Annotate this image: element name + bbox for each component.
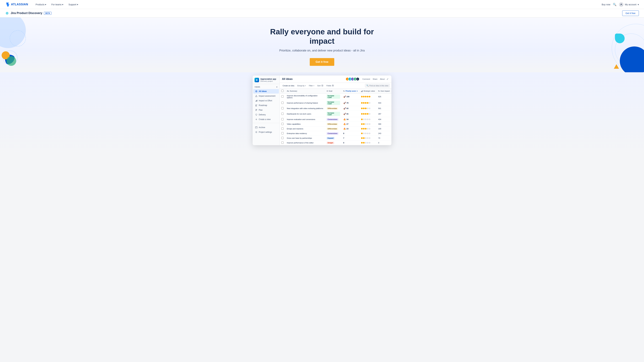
sidebar-item-impact-effort[interactable]: Impact vs Effort (253, 98, 279, 103)
row-checkbox[interactable] (281, 118, 284, 120)
user-impact-cell: 300 (376, 122, 392, 126)
score-cell: 0 (342, 140, 360, 145)
select-all-checkbox[interactable] (281, 90, 284, 92)
nav-for-teams[interactable]: For teams ▾ (49, 2, 66, 7)
row-checkbox[interactable] (281, 113, 284, 115)
table-row: Improve discoverability of configuration… (280, 94, 392, 100)
svg-rect-13 (255, 106, 257, 106)
svg-rect-9 (256, 100, 257, 101)
sidebar-item-impact-assessment[interactable]: Impact assessment (253, 94, 279, 98)
sidebar-item-roadmap[interactable]: Roadmap (253, 103, 279, 108)
comment-button[interactable]: Comment (361, 77, 372, 81)
header-avatars: A B C D E (346, 77, 360, 81)
table-row: Emojis and reactions Differentiate 🔥 23 … (280, 126, 392, 131)
share-button[interactable]: Share (372, 77, 379, 81)
search-input[interactable]: 🔍 Find an idea in this view (365, 84, 390, 87)
about-button[interactable]: About (379, 77, 386, 81)
get-it-free-header-button[interactable]: Get it free (622, 10, 639, 16)
product-bar: Jira Product Discovery BETA Get it free (0, 9, 644, 17)
nav-products[interactable]: Products ▾ (33, 2, 48, 7)
summary-cell: Improve discoverability of configuration… (285, 94, 325, 100)
filter-button[interactable]: Filter + (308, 84, 316, 87)
deco-teal-circle (6, 56, 16, 66)
row-checkbox[interactable] (281, 127, 284, 130)
summary-cell: Emojis and reactions (285, 126, 325, 131)
hero-title: Rally everyone and build for impact (266, 27, 378, 46)
sidebar-item-all-ideas[interactable]: All ideas (253, 89, 279, 94)
svg-rect-16 (256, 110, 256, 111)
svg-rect-15 (256, 110, 257, 110)
goal-cell: Conversions (325, 117, 342, 122)
score-cell: 🔥 27 (342, 122, 360, 126)
my-account-button[interactable]: My account ▾ (619, 2, 639, 7)
demo-section: Appreciation app Discovery project VIEWS… (0, 72, 644, 155)
sort-button[interactable]: Sort 1 (316, 84, 325, 87)
goal-cell: Differentiate (325, 122, 342, 126)
group-by-button[interactable]: Group by + (296, 84, 307, 87)
table-row: Improve performance of the editor Deligh… (280, 140, 392, 145)
app-name: Appreciation app (260, 78, 276, 80)
row-checkbox[interactable] (281, 95, 284, 98)
nav-right: Buy now 🔍 My account ▾ (602, 2, 639, 7)
row-checkbox[interactable] (281, 123, 284, 125)
deco-hexagon (5, 54, 14, 64)
buy-now-link[interactable]: Buy now (602, 3, 610, 6)
goal-cell: Expand (325, 136, 342, 140)
col-priority-score: fx Priority score ▼ (342, 89, 360, 94)
product-name: Jira Product Discovery (11, 11, 42, 15)
score-cell: 🔥 23 (342, 126, 360, 131)
score-cell: 7 (342, 136, 360, 140)
fields-button[interactable]: Fields 5 (325, 84, 336, 87)
goal-cell: Increase CSAT (325, 94, 342, 100)
atlassian-logo[interactable]: ATLASSIAN (5, 2, 28, 7)
ideas-table-wrap: Aa Summary ⊙ Goal fx Priority score ▼ St… (280, 89, 392, 145)
row-checkbox[interactable] (281, 137, 284, 139)
table-row: New integration with video resharing pla… (280, 106, 392, 111)
svg-rect-8 (256, 101, 256, 101)
hero-subtitle: Prioritize, collaborate on, and deliver … (0, 49, 644, 52)
table-row: Grow user base by partnerships Expand 7 … (280, 136, 392, 140)
avatar-5: E (356, 77, 360, 81)
strategic-value-cell (360, 131, 376, 136)
score-cell: 8 (342, 131, 360, 136)
sidebar-item-create-view[interactable]: Create a view (253, 117, 279, 122)
user-impact-cell: 501 (376, 106, 392, 111)
add-view-icon[interactable]: + (276, 86, 278, 88)
goal-cell: Conversions (325, 131, 342, 136)
svg-point-5 (256, 79, 257, 80)
expand-icon[interactable]: ⤢ (386, 77, 389, 81)
row-checkbox[interactable] (281, 141, 284, 144)
sidebar-item-archive[interactable]: Archive (253, 125, 279, 130)
search-placeholder: Find an idea in this view (370, 85, 388, 87)
table-row: Improve evaluation and conversions Conve… (280, 117, 392, 122)
goal-cell: Delight (325, 140, 342, 145)
deco-right-teal (615, 33, 625, 43)
sidebar-item-plan[interactable]: Plan (253, 108, 279, 112)
score-cell: 🔥 34 (342, 117, 360, 122)
main-header: All ideas A B C D E Comment Share About … (280, 75, 392, 83)
user-impact-cell: 543 (376, 100, 392, 106)
svg-rect-11 (255, 105, 257, 105)
row-checkbox[interactable] (281, 107, 284, 109)
search-icon[interactable]: 🔍 (613, 3, 616, 6)
goal-cell: Differentiate (325, 126, 342, 131)
svg-rect-10 (257, 100, 257, 101)
hero-cta-button[interactable]: Get it free (310, 58, 334, 66)
row-checkbox[interactable] (281, 102, 284, 104)
summary-cell: Dashboards for non-tech users (285, 111, 325, 117)
atlassian-logo-text: ATLASSIAN (11, 3, 28, 6)
main-content: All ideas A B C D E Comment Share About … (280, 75, 392, 145)
user-impact-cell: 243 (376, 131, 392, 136)
sidebar-item-delivery[interactable]: Delivery (253, 112, 279, 117)
svg-rect-14 (256, 109, 257, 109)
nav-support[interactable]: Support ▾ (66, 2, 80, 7)
strategic-value-cell (360, 126, 376, 131)
page-title: All ideas (282, 78, 346, 80)
deco-circle-1 (0, 17, 26, 48)
row-checkbox[interactable] (281, 132, 284, 134)
sidebar-item-project-settings[interactable]: Project settings (253, 130, 279, 134)
strategic-value-cell (360, 136, 376, 140)
strategic-value-cell (360, 122, 376, 126)
app-icon (254, 78, 259, 82)
create-idea-button[interactable]: Create an idea (281, 84, 296, 87)
